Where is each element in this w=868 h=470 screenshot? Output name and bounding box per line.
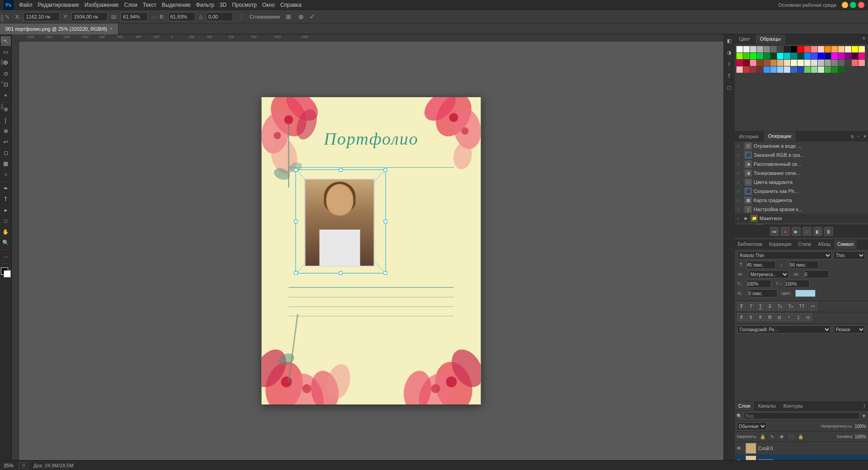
swatch-item[interactable]: [750, 60, 756, 66]
swatch-item[interactable]: [784, 60, 790, 66]
swatch-item[interactable]: [804, 66, 811, 73]
history-item-0[interactable]: ✓ ⊡ Отражение в воде ...: [735, 141, 868, 150]
swatch-item[interactable]: [791, 53, 797, 59]
tab-styles[interactable]: Стили: [795, 240, 815, 249]
antialiasing-select[interactable]: Резкое: [834, 325, 865, 334]
swatch-item[interactable]: [797, 60, 804, 66]
confirm-button[interactable]: ✓: [309, 12, 315, 21]
history-record-btn[interactable]: ●: [781, 227, 790, 236]
text-color-swatch[interactable]: [795, 290, 816, 297]
tool-quick-select[interactable]: ⊙: [1, 69, 11, 79]
layers-panel-expand[interactable]: ⟩: [861, 402, 868, 410]
swatch-cyan[interactable]: [777, 53, 783, 59]
kerning-input[interactable]: [804, 270, 829, 278]
menu-view[interactable]: Просмотр: [232, 2, 257, 8]
swatch-item[interactable]: [859, 46, 865, 52]
fmt-caps[interactable]: TT: [797, 302, 807, 310]
swatch-item[interactable]: [764, 66, 770, 73]
h-field[interactable]: [168, 12, 195, 21]
swatch-green[interactable]: [750, 53, 756, 59]
lock-all-btn[interactable]: 🔒: [797, 432, 805, 441]
history-item-8[interactable]: ✓ ▶ 📁 Макетион: [735, 214, 868, 223]
liga-ffi[interactable]: ffi: [766, 313, 774, 321]
lock-image-btn[interactable]: ✎: [768, 432, 776, 441]
swatch-black[interactable]: [791, 46, 797, 52]
swatch-item[interactable]: [764, 46, 770, 52]
swatch-item[interactable]: [777, 46, 783, 52]
horizontal-scale-input[interactable]: [785, 280, 810, 288]
tab-layers[interactable]: Слои: [735, 402, 755, 410]
tool-rect-shape[interactable]: □: [1, 216, 11, 226]
swatch-item[interactable]: [818, 66, 824, 73]
swatch-yellow[interactable]: [852, 46, 858, 52]
tab-correction[interactable]: Коррекция: [766, 240, 795, 249]
swatch-item[interactable]: [757, 66, 763, 73]
menu-file[interactable]: Файл: [19, 2, 33, 8]
swatch-item[interactable]: [859, 53, 865, 59]
swatch-item[interactable]: [777, 66, 783, 73]
swatch-item[interactable]: [811, 53, 817, 59]
swatch-item[interactable]: [791, 66, 797, 73]
history-panel-collapse[interactable]: −: [857, 134, 862, 139]
swatch-item[interactable]: [750, 66, 756, 73]
fmt-underline[interactable]: T: [756, 302, 764, 310]
menu-edit[interactable]: Редактирование: [38, 2, 79, 8]
history-item-5[interactable]: ✓ ⬛ Сохранить как Ph...: [735, 187, 868, 196]
menu-select[interactable]: Выделение: [162, 2, 191, 8]
swatch-item[interactable]: [811, 46, 817, 52]
x-field[interactable]: [24, 12, 60, 21]
swatch-item[interactable]: [777, 60, 783, 66]
lock-transparent-btn[interactable]: 🔒: [759, 432, 767, 441]
canvas-area[interactable]: Портфолио: [19, 42, 723, 460]
tab-symbol[interactable]: Символ: [834, 240, 857, 249]
language-select[interactable]: Голландский: Ре...: [737, 325, 831, 334]
background-color[interactable]: [4, 270, 11, 277]
history-item-6[interactable]: ✓ ▦ Карта градиента: [735, 196, 868, 205]
swatch-item[interactable]: [804, 46, 811, 52]
swatch-item[interactable]: [797, 66, 804, 73]
liga-fraction[interactable]: ½: [804, 313, 812, 321]
swatch-item[interactable]: [825, 66, 831, 73]
swatch-item[interactable]: [784, 46, 790, 52]
color-panel-menu[interactable]: ≡: [860, 34, 868, 44]
fmt-subscript[interactable]: TS: [786, 302, 796, 310]
indent-input[interactable]: [748, 289, 778, 297]
tool-dodge[interactable]: ○: [1, 169, 11, 179]
swatch-item[interactable]: [743, 53, 750, 59]
swatch-item[interactable]: [811, 60, 817, 66]
menu-image[interactable]: Изображение: [85, 2, 119, 8]
menu-window[interactable]: Окно: [262, 2, 275, 8]
layer-item-0[interactable]: 👁 Слой 0: [735, 442, 868, 455]
fmt-italic[interactable]: T: [747, 302, 755, 310]
liga-st[interactable]: st: [775, 313, 783, 321]
tool-text[interactable]: T: [1, 194, 11, 204]
swatch-item[interactable]: [838, 53, 844, 59]
document-tab[interactable]: 001 портфолио.png @ 25% (320220, RGB/8) …: [0, 24, 118, 34]
swatch-item[interactable]: [804, 60, 811, 66]
transform-handle-bc[interactable]: [339, 271, 343, 275]
vertical-scale-input[interactable]: [746, 280, 771, 288]
swatch-item[interactable]: [770, 66, 777, 73]
tool-gradient[interactable]: ▦: [1, 159, 11, 169]
tool-brush[interactable]: ∫: [1, 115, 11, 125]
history-stop-btn[interactable]: ⏮: [770, 227, 779, 236]
fmt-bold[interactable]: T: [737, 302, 745, 310]
minimize-button[interactable]: −: [842, 2, 848, 8]
history-delete-btn[interactable]: 🗑: [824, 227, 833, 236]
swatch-item[interactable]: [791, 60, 797, 66]
swatch-item[interactable]: [845, 60, 851, 66]
swatch-item[interactable]: [818, 60, 824, 66]
tool-eyedropper[interactable]: ⌖: [1, 90, 11, 100]
font-style-select[interactable]: Thin: [834, 251, 865, 259]
group-expand-icon[interactable]: ▶: [745, 216, 748, 221]
y-field[interactable]: [71, 12, 108, 21]
swatch-item[interactable]: [784, 66, 790, 73]
swatch-item[interactable]: [764, 60, 770, 66]
tab-contours[interactable]: Контуры: [780, 402, 807, 410]
tool-zoom[interactable]: 🔍: [1, 238, 11, 248]
swatch-item[interactable]: [736, 60, 743, 66]
layer-item-1[interactable]: 👁 320220: [735, 455, 868, 460]
liga-ff[interactable]: ff: [737, 313, 745, 321]
history-item-7[interactable]: ✓ ∫ Настройка краски к...: [735, 205, 868, 214]
tab-paragraph[interactable]: Абзац: [815, 240, 834, 249]
